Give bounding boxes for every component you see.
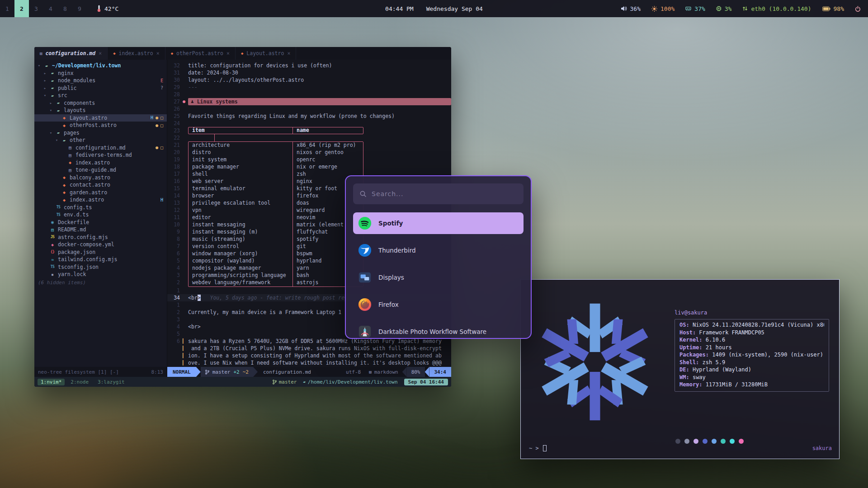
nixos-logo <box>527 294 663 430</box>
temperature-module[interactable]: 42°C <box>97 5 118 12</box>
palette-dot <box>675 439 680 444</box>
editor-tab[interactable]: ◆ index.astro × <box>108 47 165 60</box>
tree-item[interactable]: ≈ tailwind.config.mjs <box>34 256 167 263</box>
file-icon: ◆ <box>61 123 67 128</box>
tree-item[interactable]: ◆ otherPost.astro ●□ <box>34 122 167 129</box>
git-status-badges: ? <box>160 85 167 90</box>
close-icon[interactable]: × <box>99 50 102 56</box>
tree-item[interactable]: ◆ index.astro <box>34 159 167 167</box>
tmux-branch-name: master <box>279 379 297 385</box>
tree-item[interactable]: ◆ index.astro H <box>34 196 167 204</box>
tree-root[interactable]: ▾ ▰ ~/Development/liv.town <box>34 62 167 70</box>
fetch-label: Memory: <box>679 381 703 389</box>
tree-item[interactable]: JS astro.config.mjs <box>34 234 167 241</box>
editor-tab[interactable]: ◆ otherPost.astro × <box>165 47 236 60</box>
file-name: pages <box>64 130 161 136</box>
file-icon: ◆ <box>67 160 73 165</box>
chevron-icon: ▾ <box>49 108 53 113</box>
git-branch-icon <box>205 370 209 375</box>
palette-dot <box>703 439 708 444</box>
tree-item[interactable]: ▸ ▰ components <box>34 99 167 107</box>
close-icon[interactable]: × <box>287 50 290 56</box>
buffer-line: 30layout: ../../layouts/otherPost.astro <box>167 76 451 84</box>
tree-item[interactable]: ▾ ▰ pages <box>34 129 167 137</box>
firefox-icon <box>358 298 372 311</box>
tree-item[interactable]: ◆ garden.astro <box>34 189 167 197</box>
sun-icon <box>651 6 657 12</box>
file-name: nginx <box>58 70 161 76</box>
workspace-button[interactable]: 9 <box>72 0 87 17</box>
tmux-window[interactable]: 1:nvim* <box>38 379 65 385</box>
file-icon: ▤ <box>49 227 56 232</box>
tree-item[interactable]: ▤ README.md <box>34 226 167 234</box>
buffer-line: 25Favorite things regarding Linux and my… <box>167 113 451 120</box>
close-icon[interactable]: × <box>226 50 230 56</box>
tree-item[interactable]: TS env.d.ts <box>34 211 167 219</box>
tree-item[interactable]: ▤ fediverse-terms.md <box>34 151 167 159</box>
tree-item[interactable]: TS config.ts <box>34 204 167 211</box>
file-icon: ◆ <box>61 115 67 120</box>
launcher-item[interactable]: Spotify <box>353 212 524 234</box>
fetch-label: Host: <box>679 329 696 337</box>
editor-tab[interactable]: ▤ configuration.md × <box>34 47 108 60</box>
fetch-row: Memory: 11731MiB / 31280MiB <box>679 381 824 389</box>
power-button[interactable] <box>855 6 861 12</box>
battery-module[interactable]: 98% <box>822 5 844 12</box>
tree-item[interactable]: ▤ tone-guide.md <box>34 166 167 174</box>
tree-item[interactable]: ◆ contact.astro <box>34 181 167 189</box>
shell-prompt[interactable]: ~ > <box>529 445 547 451</box>
cpu-module[interactable]: 3% <box>716 5 732 12</box>
launcher-item[interactable]: Darktable Photo Workflow Software <box>353 321 524 339</box>
tmux-window[interactable]: 2:node <box>67 379 92 385</box>
tree-item[interactable]: ▾ ▰ src <box>34 92 167 99</box>
fetch-value: 1409 (nix-system), 2590 (nix-user) <box>709 352 823 359</box>
clock[interactable]: 04:44 PM Wednesday Sep 04 <box>385 5 483 12</box>
editor-tab[interactable]: ◆ Layout.astro × <box>236 47 296 60</box>
memory-module[interactable]: 37% <box>685 5 705 12</box>
tree-item[interactable]: ▸ ▰ public ? <box>34 84 167 92</box>
launcher-list: Spotify Thunderbird Displays Firefox Dar… <box>346 211 531 339</box>
network-module[interactable]: eth0 (10.0.0.140) <box>742 5 811 12</box>
fetch-row: Kernel: 6.10.6 <box>679 337 824 344</box>
volume-module[interactable]: 36% <box>621 5 641 12</box>
tree-item[interactable]: {} package.json <box>34 249 167 256</box>
file-name: balcony.astro <box>70 174 161 181</box>
tree-item[interactable]: ▸ ▰ node_modules E <box>34 77 167 84</box>
tree-item[interactable]: TS tsconfig.json <box>34 263 167 271</box>
brightness-module[interactable]: 100% <box>651 5 675 12</box>
powerline-separator <box>402 367 407 377</box>
scroll-percent: 80% <box>407 367 425 377</box>
workspace-button[interactable]: 8 <box>58 0 72 17</box>
launcher-item[interactable]: Displays <box>353 267 524 288</box>
fetch-row: WM: sway <box>679 374 824 382</box>
launcher-item[interactable]: Thunderbird <box>353 239 524 261</box>
tree-item[interactable]: ◈ docker-compose.yml <box>34 241 167 249</box>
tree-item[interactable]: ▸ ▰ nginx <box>34 70 167 77</box>
workspace-button[interactable]: 3 <box>29 0 43 17</box>
tree-item[interactable]: ◉ Dockerfile <box>34 219 167 226</box>
fetch-row: Shell: zsh 5.9 <box>679 359 824 367</box>
right-prompt: sakura <box>812 445 832 451</box>
fetch-terminal[interactable]: liv@sakura OS: NixOS 24.11.20240828.71e9… <box>520 279 840 459</box>
launcher-item[interactable]: Firefox <box>353 294 524 315</box>
workspace-button[interactable]: 2 <box>14 0 29 17</box>
prompt-text: ~ > <box>529 445 539 451</box>
buffer-line: ▎ and a 2TB (Crucial P5 Plus) NVMe drive… <box>167 345 451 352</box>
tree-item[interactable]: ◆ Layout.astro H●□ <box>34 114 167 122</box>
chevron-icon: ▸ <box>43 71 47 75</box>
tree-item[interactable]: ▪ yarn.lock <box>34 271 167 278</box>
launcher-search[interactable] <box>353 183 524 204</box>
chevron-icon: ▾ <box>43 93 47 98</box>
tree-item[interactable]: ◆ balcony.astro <box>34 174 167 182</box>
tree-item[interactable]: ▤ configuration.md ●□ <box>34 144 167 152</box>
workspace-button[interactable]: 4 <box>43 0 58 17</box>
statusline-filename: configuration.md <box>258 367 316 377</box>
workspace-button[interactable]: 1 <box>0 0 14 17</box>
search-input[interactable] <box>372 190 517 197</box>
tmux-window[interactable]: 3:lazygit <box>94 379 128 385</box>
close-icon[interactable]: × <box>156 50 160 56</box>
tree-item[interactable]: ▾ ▰ layouts <box>34 107 167 114</box>
tree-item[interactable]: ▾ ▰ other <box>34 136 167 144</box>
file-icon: ◆ <box>171 51 173 56</box>
markdown-icon: ▤ <box>369 370 371 374</box>
